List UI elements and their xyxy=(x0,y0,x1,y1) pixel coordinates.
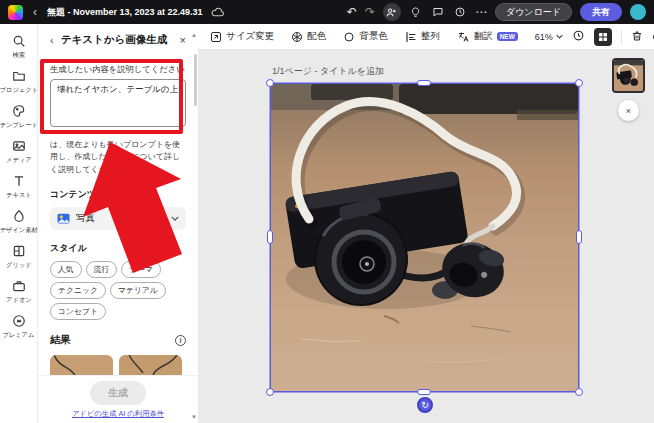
lightbulb-icon[interactable] xyxy=(409,5,423,19)
panel-footer: 生成 アドビの生成 AI の利用条件 xyxy=(38,375,198,423)
text-icon xyxy=(12,174,26,188)
selection-handle-top-left[interactable] xyxy=(266,79,274,87)
more-options-icon[interactable]: ⋯ xyxy=(475,6,487,18)
panel-scrollbar[interactable] xyxy=(194,54,197,106)
resize-button[interactable]: サイズ変更 xyxy=(210,30,274,43)
invite-people-button[interactable] xyxy=(383,3,401,21)
canvas-toolbar: サイズ変更 配色 背景色 整列 翻訳 NEW 61% xyxy=(198,24,654,50)
timer-button[interactable] xyxy=(572,28,585,46)
color-scheme-label: 配色 xyxy=(307,30,326,43)
clock-icon xyxy=(572,29,585,42)
chevron-down-icon xyxy=(171,216,179,221)
style-tag[interactable]: 流行 xyxy=(86,261,118,278)
content-type-label: コンテンツタイプ xyxy=(50,188,186,201)
sidebar-item-label: メディア xyxy=(6,155,32,164)
selection-handle-left[interactable] xyxy=(267,230,273,244)
grid-icon xyxy=(12,244,26,258)
panel-title: テキストから画像生成 xyxy=(61,33,173,47)
comment-icon[interactable] xyxy=(431,5,445,19)
briefcase-icon xyxy=(12,279,26,293)
sidebar-item-label: グリッド xyxy=(6,260,32,269)
selection-handle-top-right[interactable] xyxy=(575,79,583,87)
page-thumbnail[interactable] xyxy=(612,58,645,93)
sidebar-item-label: テンプレート xyxy=(0,120,38,129)
selection-handle-right[interactable] xyxy=(576,230,582,244)
canvas-area[interactable]: 1/1ページ - タイトルを追加 xyxy=(198,50,654,423)
redo-icon[interactable]: ↷ xyxy=(365,6,375,18)
share-button[interactable]: 共有 xyxy=(580,3,622,21)
zoom-level-select[interactable]: 61% xyxy=(535,32,563,42)
back-chevron-icon[interactable]: ‹ xyxy=(31,6,39,18)
panel-back-icon[interactable]: ‹ xyxy=(50,35,54,46)
content-type-select[interactable]: 写真 xyxy=(50,207,186,230)
toolbar-right-group: 61% 追加 xyxy=(535,28,654,46)
sidebar-item-addons[interactable]: アドオン xyxy=(0,279,38,305)
selected-image[interactable] xyxy=(271,84,578,391)
resize-label: サイズ変更 xyxy=(226,30,274,43)
earbuds-photo xyxy=(271,84,578,391)
cloud-sync-icon xyxy=(211,5,225,19)
sidebar-item-search[interactable]: 検索 xyxy=(0,34,38,60)
sidebar-item-text[interactable]: テキスト xyxy=(0,174,38,200)
left-rail: 検索 プロジェクト テンプレート メディア テキスト デザイン素材 グリッド xyxy=(0,24,38,423)
trash-icon xyxy=(631,30,643,42)
new-badge: NEW xyxy=(497,32,518,41)
user-avatar[interactable] xyxy=(630,4,646,20)
sidebar-item-media[interactable]: メディア xyxy=(0,139,38,165)
sidebar-item-premium[interactable]: プレミアム xyxy=(0,314,38,340)
undo-icon[interactable]: ↶ xyxy=(347,6,357,18)
text-to-image-panel: ‹ テキストから画像生成 × 生成したい内容を説明してください 壊れたイヤホン、… xyxy=(38,24,198,423)
sidebar-item-label: 検索 xyxy=(12,50,25,59)
background-color-icon xyxy=(343,31,355,43)
zoom-level-value: 61% xyxy=(535,32,553,42)
sidebar-item-label: プレミアム xyxy=(3,330,35,339)
style-tag[interactable]: テクニック xyxy=(50,282,106,299)
layers-icon xyxy=(598,32,608,42)
sidebar-item-label: プロジェクト xyxy=(0,85,38,94)
template-icon xyxy=(12,104,26,118)
scroll-down-icon[interactable]: ▼ xyxy=(191,414,197,420)
align-button[interactable]: 整列 xyxy=(405,30,440,43)
style-tag-list: 人気 流行 テーマ テクニック マテリアル コンセプト xyxy=(50,261,186,320)
style-tag[interactable]: コンセプト xyxy=(50,303,106,320)
sidebar-item-design-assets[interactable]: デザイン素材 xyxy=(0,209,38,235)
download-button[interactable]: ダウンロード xyxy=(495,3,572,21)
sidebar-item-label: デザイン素材 xyxy=(0,225,38,234)
info-icon[interactable]: i xyxy=(175,335,186,346)
delete-button[interactable] xyxy=(631,28,643,46)
generate-button[interactable]: 生成 xyxy=(90,381,146,405)
panel-header: ‹ テキストから画像生成 × xyxy=(50,33,186,47)
folder-icon xyxy=(12,69,26,83)
selection-handle-top[interactable] xyxy=(417,80,431,86)
scroll-up-icon[interactable]: ▲ xyxy=(191,32,197,38)
rotate-handle[interactable]: ↻ xyxy=(417,397,433,413)
sidebar-item-templates[interactable]: テンプレート xyxy=(0,104,38,130)
align-icon xyxy=(405,31,417,43)
sidebar-item-projects[interactable]: プロジェクト xyxy=(0,69,38,95)
terms-link[interactable]: アドビの生成 AI の利用条件 xyxy=(72,409,164,419)
prompt-label: 生成したい内容を説明してください xyxy=(50,64,186,75)
toolbar-divider xyxy=(621,30,622,44)
layers-toggle-button[interactable] xyxy=(594,28,612,46)
adobe-express-logo-icon[interactable] xyxy=(8,5,23,20)
selection-handle-bottom[interactable] xyxy=(417,389,431,395)
background-color-button[interactable]: 背景色 xyxy=(343,30,388,43)
color-scheme-button[interactable]: 配色 xyxy=(291,30,326,43)
page-title-label[interactable]: 1/1ページ - タイトルを追加 xyxy=(272,65,384,78)
prompt-hint-text: は、現在よりも長いプロンプトを使用し、作成したいものについて詳しく説明してくださ… xyxy=(50,139,186,176)
version-history-icon[interactable] xyxy=(453,5,467,19)
translate-icon xyxy=(457,31,470,43)
style-tag[interactable]: テーマ xyxy=(121,261,161,278)
panel-close-icon[interactable]: × xyxy=(180,35,186,46)
style-tag[interactable]: 人気 xyxy=(50,261,82,278)
document-title[interactable]: 無題 - November 13, 2023 at 22.49.31 xyxy=(47,6,203,19)
style-tag[interactable]: マテリアル xyxy=(110,282,166,299)
sidebar-item-grid[interactable]: グリッド xyxy=(0,244,38,270)
selection-handle-bottom-right[interactable] xyxy=(575,388,583,396)
selection-handle-bottom-left[interactable] xyxy=(266,388,274,396)
content-type-value: 写真 xyxy=(76,212,165,225)
prompt-textarea[interactable]: 壊れたイヤホン、テーブルの上 xyxy=(50,79,186,127)
media-icon xyxy=(12,139,26,153)
page-close-button[interactable]: × xyxy=(618,100,639,121)
translate-button[interactable]: 翻訳 NEW xyxy=(457,30,518,43)
